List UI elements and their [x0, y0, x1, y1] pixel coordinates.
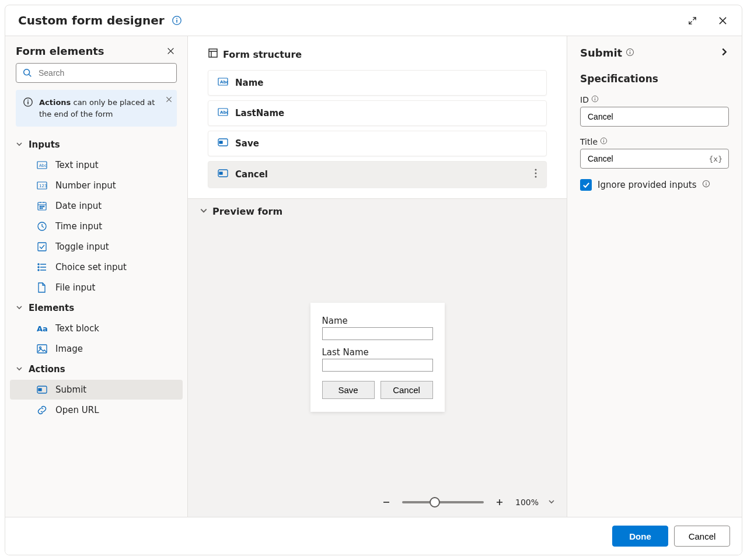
banner-strong: Actions: [39, 98, 71, 107]
footer: Done Cancel: [5, 517, 742, 555]
structure-item-lastname[interactable]: Abc LastName: [208, 100, 547, 126]
svg-rect-44: [595, 99, 595, 101]
structure-item-save[interactable]: Save: [208, 131, 547, 156]
center-panel: Form structure Abc Name Abc LastName Sav…: [188, 36, 567, 517]
svg-point-15: [40, 208, 41, 209]
title-label: Title: [580, 137, 598, 146]
svg-point-14: [43, 206, 44, 207]
svg-point-37: [535, 173, 537, 174]
search-icon: [22, 68, 33, 78]
structure-title: Form structure: [223, 49, 302, 60]
svg-point-49: [706, 182, 707, 183]
banner-close-icon[interactable]: [166, 94, 172, 106]
structure-item-name[interactable]: Abc Name: [208, 70, 547, 96]
preview-header[interactable]: Preview form: [188, 199, 567, 224]
tree-item-date-input[interactable]: Date input: [10, 196, 183, 216]
number-input-icon: 123: [37, 181, 50, 190]
svg-text:Abc: Abc: [39, 163, 47, 168]
more-icon[interactable]: [535, 169, 537, 180]
cancel-button[interactable]: Cancel: [674, 526, 730, 547]
submit-icon: [37, 386, 50, 394]
file-icon: [37, 282, 50, 293]
calendar-icon: [37, 201, 50, 211]
search-input[interactable]: [16, 63, 177, 83]
properties-title: Submit: [580, 47, 622, 59]
collapse-right-icon[interactable]: [720, 47, 729, 58]
svg-point-16: [41, 208, 43, 209]
page-title: Custom form designer: [18, 13, 165, 27]
preview-label-lastname: Last Name: [322, 347, 433, 358]
expand-icon[interactable]: [686, 14, 699, 27]
preview-cancel-button[interactable]: Cancel: [381, 381, 433, 399]
svg-point-20: [38, 267, 39, 268]
chevron-down-icon: [16, 364, 23, 374]
zoom-dropdown-icon[interactable]: [548, 498, 555, 507]
collapse-left-icon[interactable]: [164, 44, 177, 57]
svg-point-3: [24, 69, 30, 75]
svg-rect-33: [219, 141, 222, 144]
svg-rect-35: [219, 172, 222, 174]
tree-item-text-input[interactable]: AbcText input: [10, 155, 183, 175]
svg-point-36: [535, 169, 537, 171]
svg-rect-18: [38, 243, 46, 251]
info-icon[interactable]: [600, 137, 608, 146]
checkbox-icon: [37, 242, 50, 252]
text-input-icon: Abc: [37, 161, 50, 169]
svg-point-38: [535, 176, 537, 178]
tree-item-time-input[interactable]: Time input: [10, 216, 183, 236]
done-button[interactable]: Done: [612, 526, 668, 547]
info-icon[interactable]: [702, 180, 710, 190]
zoom-out-icon[interactable]: [380, 496, 393, 509]
tree-item-choice-input[interactable]: Choice set input: [10, 257, 183, 277]
svg-point-19: [38, 264, 39, 265]
info-icon[interactable]: [626, 48, 634, 58]
clock-icon: [37, 221, 50, 232]
preview-form: Name Last Name Save Cancel: [310, 303, 445, 412]
titlebar: Custom form designer: [5, 5, 742, 36]
preview-save-button[interactable]: Save: [322, 381, 375, 399]
link-icon: [37, 405, 50, 415]
title-input[interactable]: {x}: [580, 149, 729, 169]
svg-point-43: [595, 97, 595, 97]
tree-item-file-input[interactable]: File input: [10, 278, 183, 298]
info-icon[interactable]: [170, 14, 183, 27]
group-actions[interactable]: Actions: [10, 359, 183, 379]
ignore-inputs-checkbox[interactable]: [580, 179, 592, 191]
svg-point-24: [40, 347, 41, 349]
structure-item-cancel[interactable]: Cancel: [208, 161, 547, 188]
svg-point-21: [38, 270, 39, 271]
tree-item-text-block[interactable]: AaText block: [10, 318, 183, 338]
svg-rect-50: [706, 183, 707, 186]
svg-rect-47: [603, 141, 604, 143]
zoom-in-icon[interactable]: [493, 496, 506, 509]
id-input[interactable]: [580, 107, 729, 127]
tree-item-submit[interactable]: Submit: [10, 380, 183, 400]
tree-item-number-input[interactable]: 123Number input: [10, 176, 183, 195]
tree-item-toggle-input[interactable]: Toggle input: [10, 237, 183, 257]
zoom-value: 100%: [515, 498, 539, 507]
preview-label-name: Name: [322, 316, 433, 326]
group-elements[interactable]: Elements: [10, 298, 183, 318]
group-inputs[interactable]: Inputs: [10, 135, 183, 155]
zoom-slider[interactable]: [402, 501, 484, 503]
svg-point-1: [176, 18, 177, 19]
id-label: ID: [580, 95, 589, 104]
preview-panel: Preview form Name Last Name Save Cancel: [188, 198, 567, 517]
info-icon[interactable]: [591, 95, 599, 104]
close-icon[interactable]: [716, 14, 729, 27]
svg-text:Abc: Abc: [220, 80, 228, 85]
form-elements-title: Form elements: [16, 45, 104, 57]
right-panel: Submit Specifications ID Title {x}: [567, 36, 742, 517]
tree-item-image[interactable]: Image: [10, 339, 183, 359]
list-icon: [37, 262, 50, 272]
svg-text:123: 123: [39, 184, 47, 188]
text-input-icon: Abc: [218, 108, 228, 118]
fx-icon[interactable]: {x}: [709, 155, 722, 163]
tree-item-open-url[interactable]: Open URL: [10, 400, 183, 420]
preview-input-lastname[interactable]: [322, 359, 433, 372]
preview-input-name[interactable]: [322, 327, 433, 340]
banner-info-icon: [23, 97, 33, 120]
chevron-down-icon: [16, 303, 23, 313]
form-structure: Form structure Abc Name Abc LastName Sav…: [188, 36, 567, 198]
search-field[interactable]: [37, 68, 170, 78]
